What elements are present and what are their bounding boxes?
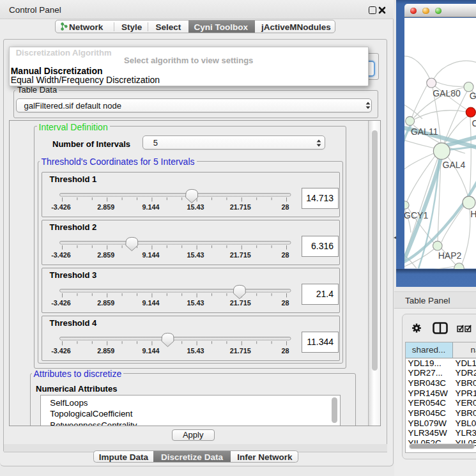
svg-text:2.859: 2.859 — [97, 251, 114, 259]
svg-text:GCY1: GCY1 — [404, 210, 428, 220]
svg-text:C: C — [472, 118, 476, 128]
svg-text:GAL: GAL — [469, 91, 476, 101]
svg-text:-3.426: -3.426 — [51, 203, 71, 211]
svg-text:-3.426: -3.426 — [51, 299, 71, 307]
svg-text:28: 28 — [281, 203, 289, 211]
svg-text:9.144: 9.144 — [142, 347, 159, 355]
svg-text:9.144: 9.144 — [142, 251, 159, 259]
svg-text:15.43: 15.43 — [187, 299, 204, 307]
svg-text:9.144: 9.144 — [142, 299, 159, 307]
svg-text:15.43: 15.43 — [187, 203, 204, 211]
svg-text:21.715: 21.715 — [230, 299, 251, 307]
svg-text:-3.426: -3.426 — [51, 347, 71, 355]
svg-text:28: 28 — [281, 347, 289, 355]
svg-text:15.43: 15.43 — [187, 347, 204, 355]
svg-text:GAL4: GAL4 — [442, 160, 465, 170]
svg-text:21.715: 21.715 — [230, 347, 251, 355]
svg-text:21.715: 21.715 — [230, 251, 251, 259]
svg-text:28: 28 — [281, 299, 289, 307]
svg-text:HAP2: HAP2 — [438, 250, 461, 261]
svg-text:2.859: 2.859 — [97, 347, 114, 355]
svg-text:-3.426: -3.426 — [51, 251, 71, 259]
svg-text:9.144: 9.144 — [142, 203, 159, 211]
svg-text:21.715: 21.715 — [230, 203, 251, 211]
svg-text:H: H — [470, 209, 476, 219]
svg-text:2.859: 2.859 — [97, 203, 114, 211]
svg-text:2.859: 2.859 — [97, 299, 114, 307]
svg-text:GAL11: GAL11 — [410, 127, 438, 137]
svg-text:GAL80: GAL80 — [433, 88, 461, 98]
svg-text:15.43: 15.43 — [187, 251, 204, 259]
svg-text:28: 28 — [281, 251, 289, 259]
